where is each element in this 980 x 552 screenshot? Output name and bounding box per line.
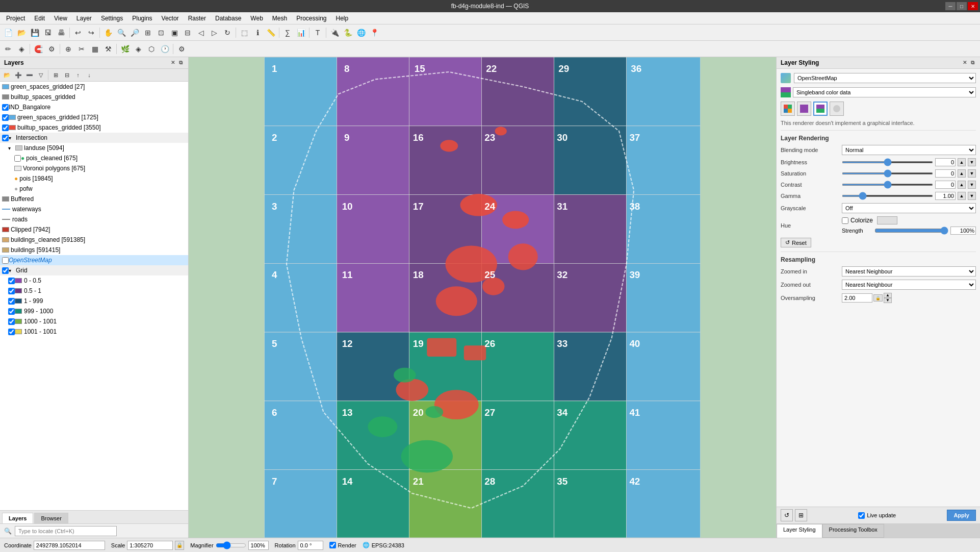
collapse-all-button[interactable]: ⊟ [62,70,72,80]
contrast-value[interactable]: 0 [935,181,956,189]
list-item[interactable]: 1 - 999 [0,296,188,306]
list-item[interactable]: waterways [0,204,188,214]
gamma-spinner-up[interactable]: ▲ [958,192,966,200]
zoom-next-button[interactable]: ▷ [208,27,220,39]
gamma-value[interactable]: 1.00 [935,192,956,200]
layer-checkbox[interactable] [8,288,15,294]
history-button[interactable]: 🕐 [159,43,171,55]
live-update-checkbox[interactable] [858,512,865,519]
brightness-spinner-up[interactable]: ▲ [958,158,966,166]
saturation-spinner-down[interactable]: ▼ [968,169,976,178]
locator-button[interactable]: 📍 [368,27,380,39]
menu-layer[interactable]: Layer [72,14,96,23]
list-item[interactable]: 0 - 0.5 [0,275,188,286]
layer-checkbox[interactable] [2,124,9,131]
measure-button[interactable]: 📏 [265,27,277,39]
list-item[interactable]: Clipped [7942] [0,224,188,235]
contrast-spinner-down[interactable]: ▼ [968,181,976,189]
list-item[interactable]: OpenStreetMap [0,255,188,265]
renderer-icon-palette[interactable] [797,102,811,116]
saturation-value[interactable]: 0 [935,169,956,178]
tab-layers[interactable]: Layers [2,513,33,523]
open-project-button[interactable]: 📂 [15,27,28,39]
grayscale-select[interactable]: Off By Luminosity By Lightness By Averag… [842,203,976,213]
oversampling-input[interactable]: 2.00 [842,293,872,303]
field-calc-button[interactable]: ∑ [281,27,294,39]
open-layer-button[interactable]: 📂 [2,70,12,80]
history-icon[interactable]: ↺ [781,509,793,521]
zoomed-in-select[interactable]: Nearest Neighbour Bilinear Cubic [842,266,976,277]
stats-button[interactable]: 📊 [295,27,307,39]
list-item[interactable]: IND_Bangalore [0,102,188,112]
list-item[interactable]: buildings_cleaned [591385] [0,235,188,245]
python-button[interactable]: 🐍 [342,27,354,39]
magnifier-slider[interactable] [216,541,246,549]
list-item[interactable]: buildings [591415] [0,245,188,255]
float-panel-icon[interactable]: ⧉ [177,59,184,66]
menu-edit[interactable]: Edit [30,14,49,23]
zoomed-out-select[interactable]: Nearest Neighbour Bilinear Cubic [842,280,976,290]
list-item[interactable]: green_spaces_gridded [27] [0,82,188,92]
list-item[interactable]: Buffered [0,194,188,204]
refresh-button[interactable]: ↻ [221,27,234,39]
list-item[interactable]: green_spaces_gridded [1725] [0,112,188,122]
layer-checkbox[interactable] [8,298,15,305]
zoom-layer-button[interactable]: ▣ [168,27,180,39]
remove-layer-button[interactable]: ➖ [24,70,35,80]
brightness-spinner-down[interactable]: ▼ [968,158,976,166]
layer-selector[interactable]: OpenStreetMap [794,73,976,83]
gamma-slider[interactable] [842,195,933,197]
globe-button[interactable]: 🌐 [355,27,367,39]
menu-vector[interactable]: Vector [158,14,183,23]
move-up-button[interactable]: ↑ [73,70,83,80]
scale-input[interactable] [127,541,173,550]
layer-checkbox[interactable] [8,318,15,325]
grass-button[interactable]: 🌿 [119,43,131,55]
colorize-color-swatch[interactable] [877,216,897,224]
select-features-button[interactable]: ⬚ [238,27,250,39]
zoom-selection-button[interactable]: ⊡ [155,27,167,39]
digitize-button[interactable]: ✏ [2,43,14,55]
gamma-spinner-down[interactable]: ▼ [968,192,976,200]
menu-plugins[interactable]: Plugins [128,14,156,23]
menu-web[interactable]: Web [246,14,267,23]
georef-button[interactable]: ⊕ [62,43,74,55]
strength-slider[interactable] [874,227,948,235]
move-down-button[interactable]: ↓ [84,70,94,80]
minimize-button[interactable]: ─ [945,2,956,10]
list-item[interactable]: roads [0,214,188,224]
zoom-in-button[interactable]: 🔍 [115,27,127,39]
saga-button[interactable]: ◈ [132,43,144,55]
print-button[interactable]: 🖶 [55,27,67,39]
list-item[interactable]: ▾ Intersection [0,133,188,143]
undo-button[interactable]: ↩ [72,27,84,39]
expand-icon[interactable]: ▾ [8,145,14,151]
list-item[interactable]: builtup_spaces_gridded [0,92,188,102]
rotation-input[interactable] [298,541,323,550]
close-button[interactable]: ✕ [968,2,978,10]
dock-icon[interactable]: ⊞ [795,509,807,521]
reset-button[interactable]: ↺ Reset [781,238,811,247]
menu-settings[interactable]: Settings [97,14,127,23]
list-item[interactable]: ▾ landuse [5094] [0,143,188,153]
add-layer-button[interactable]: ➕ [13,70,23,80]
zoom-full-button[interactable]: ⊞ [142,27,154,39]
apply-button[interactable]: Apply [947,510,976,521]
layer-checkbox[interactable] [8,278,15,284]
vector-general-button[interactable]: ▦ [89,43,101,55]
menu-project[interactable]: Project [2,14,29,23]
float-styling-icon[interactable]: ⧉ [969,59,976,66]
layer-checkbox[interactable] [8,329,15,335]
layer-checkbox[interactable] [2,135,9,141]
contrast-spinner-up[interactable]: ▲ [958,181,966,189]
map-canvas-area[interactable]: 1 8 15 22 29 36 2 9 16 23 30 37 3 10 17 … [189,57,776,538]
model-button[interactable]: ⬡ [145,43,158,55]
oversampling-down-button[interactable]: ▼ [884,298,892,303]
contrast-slider[interactable] [842,184,933,186]
saturation-spinner-up[interactable]: ▲ [958,169,966,178]
redo-button[interactable]: ↪ [85,27,97,39]
clip-button[interactable]: ✂ [75,43,88,55]
menu-processing[interactable]: Processing [292,14,330,23]
list-item[interactable]: ● pois_cleaned [675] [0,153,188,163]
save-project-button[interactable]: 💾 [29,27,41,39]
